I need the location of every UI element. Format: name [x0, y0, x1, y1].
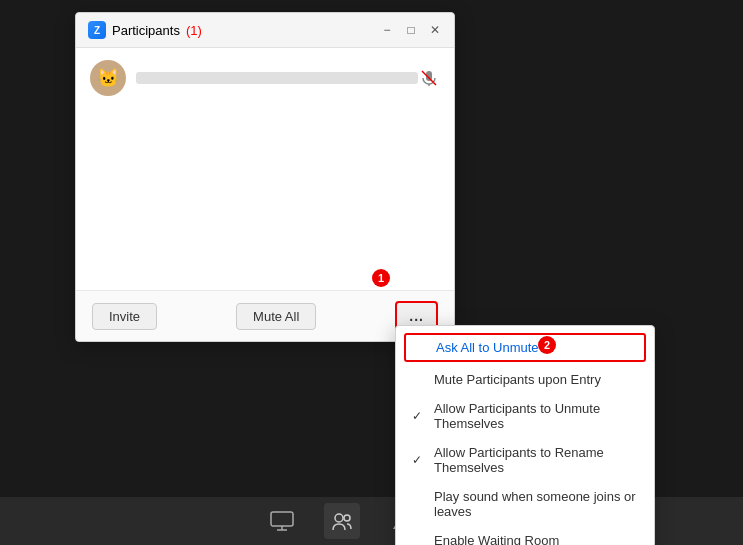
taskbar-icon-participants[interactable]	[324, 503, 360, 539]
allow-unmute-check: ✓	[412, 409, 426, 423]
title-bar: Z Participants (1) − □ ✕	[76, 13, 454, 48]
allow-rename-item[interactable]: ✓ Allow Participants to Rename Themselve…	[396, 438, 654, 482]
waiting-room-label: Enable Waiting Room	[434, 533, 559, 545]
ask-unmute-item[interactable]: Ask All to Unmute	[404, 333, 646, 362]
mute-entry-label: Mute Participants upon Entry	[434, 372, 601, 387]
mic-muted-icon	[418, 67, 440, 89]
participant-list: 🐱	[76, 48, 454, 290]
close-button[interactable]: ✕	[428, 23, 442, 37]
svg-point-7	[344, 515, 350, 521]
minimize-button[interactable]: −	[380, 23, 394, 37]
zoom-icon: Z	[88, 21, 106, 39]
svg-rect-3	[271, 512, 293, 526]
participant-count: (1)	[186, 23, 202, 38]
play-sound-label: Play sound when someone joins or leaves	[434, 489, 638, 519]
participants-panel: Z Participants (1) − □ ✕ 🐱 Invite	[75, 12, 455, 342]
window-controls: − □ ✕	[380, 23, 442, 37]
mute-entry-item[interactable]: Mute Participants upon Entry	[396, 365, 654, 394]
participant-name-bar	[136, 72, 418, 84]
avatar: 🐱	[90, 60, 126, 96]
title-bar-left: Z Participants (1)	[88, 21, 202, 39]
annotation-2: 2	[538, 336, 556, 354]
allow-rename-label: Allow Participants to Rename Themselves	[434, 445, 638, 475]
maximize-button[interactable]: □	[404, 23, 418, 37]
participant-item: 🐱	[84, 56, 446, 100]
allow-unmute-item[interactable]: ✓ Allow Participants to Unmute Themselve…	[396, 394, 654, 438]
taskbar-icon-screen[interactable]	[264, 503, 300, 539]
panel-title: Participants	[112, 23, 180, 38]
svg-point-6	[335, 514, 343, 522]
dropdown-menu: Ask All to Unmute Mute Participants upon…	[395, 325, 655, 545]
allow-rename-check: ✓	[412, 453, 426, 467]
mute-all-button[interactable]: Mute All	[236, 303, 316, 330]
waiting-room-item[interactable]: Enable Waiting Room	[396, 526, 654, 545]
ask-unmute-label: Ask All to Unmute	[436, 340, 539, 355]
invite-button[interactable]: Invite	[92, 303, 157, 330]
play-sound-item[interactable]: Play sound when someone joins or leaves	[396, 482, 654, 526]
ask-unmute-wrapper: Ask All to Unmute	[396, 330, 654, 365]
allow-unmute-label: Allow Participants to Unmute Themselves	[434, 401, 638, 431]
annotation-1: 1	[372, 269, 390, 287]
